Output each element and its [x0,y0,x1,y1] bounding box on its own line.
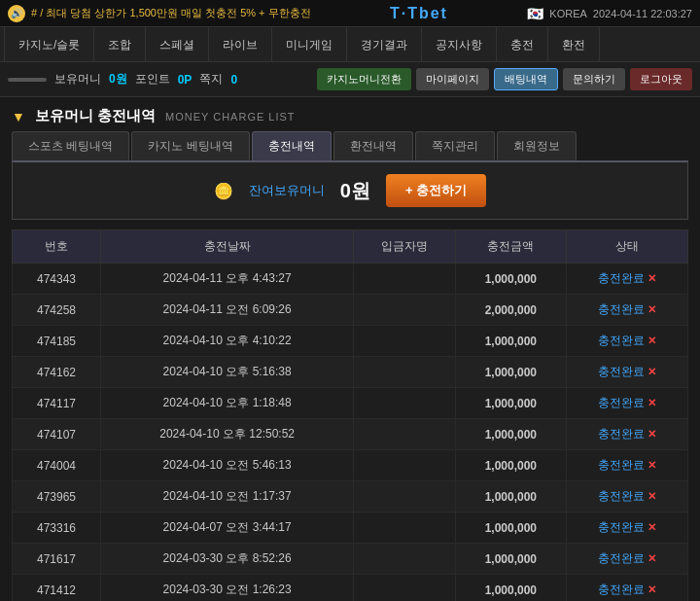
cell-id: 474004 [13,450,101,481]
cell-depositor [354,357,456,388]
top-bar-right: 🇰🇷 KOREA 2024-04-11 22:03:27 [527,6,692,21]
balance-amount: 0원 [340,178,370,204]
tab-charge-history[interactable]: 충전내역 [252,131,332,160]
col-header-date: 충전날짜 [100,230,353,264]
cell-status: 충전완료 ✕ [566,388,687,419]
delete-row-icon[interactable]: ✕ [648,397,656,409]
cell-date: 2024-04-10 오후 4:10:22 [100,326,353,357]
user-id [8,78,47,82]
table-header-row: 번호 충전날짜 입금자명 충전금액 상태 [13,230,688,264]
table-row: 474185 2024-04-10 오후 4:10:22 1,000,000 충… [13,326,688,357]
cell-amount: 1,000,000 [455,419,566,450]
top-bar-left: 🔊 # / 최대 당첨 상한가 1,500만원 매일 첫충전 5% + 무한충전 [8,5,311,22]
cell-date: 2024-04-11 오전 6:09:26 [100,295,353,326]
tab-member-info[interactable]: 회원정보 [497,131,577,160]
nav-item-exchange[interactable]: 환전 [548,27,600,62]
cell-id: 474258 [13,295,101,326]
cell-id: 471412 [13,575,101,602]
cell-status: 충전완료 ✕ [566,481,687,513]
delete-row-icon[interactable]: ✕ [648,459,656,472]
cell-amount: 1,000,000 [455,264,566,295]
nav-item-notice[interactable]: 공지사항 [422,27,497,62]
delete-row-icon[interactable]: ✕ [648,272,656,285]
message-value: 0 [230,73,237,87]
user-bar-buttons: 카지노머니전환 마이페이지 배팅내역 문의하기 로그아웃 [317,68,692,90]
charge-button[interactable]: + 충전하기 [386,174,486,207]
cell-id: 474343 [13,264,101,295]
charge-table: 번호 충전날짜 입금자명 충전금액 상태 474343 2024-04-11 오… [12,230,688,601]
cell-status: 충전완료 ✕ [566,326,687,357]
delete-row-icon[interactable]: ✕ [648,428,656,441]
balance-label-text: 잔여보유머니 [249,182,325,199]
table-row: 474117 2024-04-10 오후 1:18:48 1,000,000 충… [13,388,688,419]
nav-item-live[interactable]: 라이브 [209,27,272,62]
col-header-amount: 충전금액 [455,230,566,264]
nav-item-results[interactable]: 경기결과 [347,27,422,62]
tab-sports-betting[interactable]: 스포츠 베팅내역 [12,131,129,160]
col-header-number: 번호 [13,230,101,264]
balance-section: 🪙 잔여보유머니 0원 + 충전하기 [12,160,688,220]
speaker-icon: 🔊 [8,5,25,22]
status-badge: 충전완료 ✕ [573,457,682,474]
delete-row-icon[interactable]: ✕ [648,303,656,316]
delete-row-icon[interactable]: ✕ [648,521,656,534]
nav-item-minigame[interactable]: 미니게임 [272,27,347,62]
tab-casino-betting[interactable]: 카지노 베팅내역 [131,131,249,160]
status-badge: 충전완료 ✕ [573,426,682,442]
cell-depositor [354,575,456,602]
nav-item-casino[interactable]: 카지노/슬롯 [4,27,94,62]
status-badge: 충전완료 ✕ [573,550,682,567]
table-row: 473316 2024-04-07 오전 3:44:17 1,000,000 충… [13,513,688,544]
delete-row-icon[interactable]: ✕ [648,366,656,378]
col-header-depositor: 입금자명 [354,230,456,264]
table-row: 471412 2024-03-30 오전 1:26:23 1,000,000 충… [13,575,688,602]
cell-date: 2024-03-30 오후 8:52:26 [100,544,353,575]
points-value: 0P [178,73,192,87]
casino-transfer-button[interactable]: 카지노머니전환 [317,68,411,90]
tabs-row: 스포츠 베팅내역 카지노 베팅내역 충전내역 환전내역 쪽지관리 회원정보 [0,131,700,160]
table-row: 473965 2024-04-10 오전 1:17:37 1,000,000 충… [13,481,688,513]
cell-amount: 1,000,000 [455,513,566,544]
status-badge: 충전완료 ✕ [573,364,682,380]
inquiry-button[interactable]: 문의하기 [563,68,625,90]
table-row: 474343 2024-04-11 오후 4:43:27 1,000,000 충… [13,264,688,295]
cell-amount: 1,000,000 [455,575,566,602]
table-body: 474343 2024-04-11 오후 4:43:27 1,000,000 충… [13,264,688,602]
nav-item-special[interactable]: 스페셜 [146,27,209,62]
site-logo[interactable]: T·Tbet [390,5,448,22]
delete-row-icon[interactable]: ✕ [648,335,656,347]
status-badge: 충전완료 ✕ [573,333,682,349]
balance-icon: 🪙 [214,182,233,200]
cell-id: 473316 [13,513,101,544]
cell-status: 충전완료 ✕ [566,419,687,450]
tab-exchange-history[interactable]: 환전내역 [333,131,413,160]
col-header-status: 상태 [566,230,687,264]
table-row: 474004 2024-04-10 오전 5:46:13 1,000,000 충… [13,450,688,481]
delete-row-icon[interactable]: ✕ [648,552,656,565]
betting-history-button[interactable]: 배팅내역 [494,68,558,90]
logout-button[interactable]: 로그아웃 [630,68,692,90]
delete-row-icon[interactable]: ✕ [648,490,656,503]
cell-date: 2024-03-30 오전 1:26:23 [100,575,353,602]
cell-id: 471617 [13,544,101,575]
page-title-kr: 보유머니 충전내역 [35,107,156,125]
cell-amount: 1,000,000 [455,388,566,419]
mypage-button[interactable]: 마이페이지 [416,68,489,90]
top-bar: 🔊 # / 최대 당첨 상한가 1,500만원 매일 첫충전 5% + 무한충전… [0,0,700,27]
delete-row-icon[interactable]: ✕ [648,583,656,596]
cell-id: 474107 [13,419,101,450]
cell-depositor [354,264,456,295]
nav-item-charge[interactable]: 충전 [497,27,548,62]
table-section: 번호 충전날짜 입금자명 충전금액 상태 474343 2024-04-11 오… [12,230,688,601]
tab-message-manage[interactable]: 쪽지관리 [415,131,495,160]
status-badge: 충전완료 ✕ [573,519,682,536]
cell-status: 충전완료 ✕ [566,513,687,544]
cell-date: 2024-04-11 오후 4:43:27 [100,264,353,295]
marquee-text: # / 최대 당첨 상한가 1,500만원 매일 첫충전 5% + 무한충전 [31,6,311,20]
region-label: KOREA [549,8,587,19]
datetime-label: 2024-04-11 22:03:27 [593,8,692,19]
table-row: 471617 2024-03-30 오후 8:52:26 1,000,000 충… [13,544,688,575]
cell-id: 473965 [13,481,101,513]
nav-item-combo[interactable]: 조합 [94,27,146,62]
cell-status: 충전완료 ✕ [566,575,687,602]
